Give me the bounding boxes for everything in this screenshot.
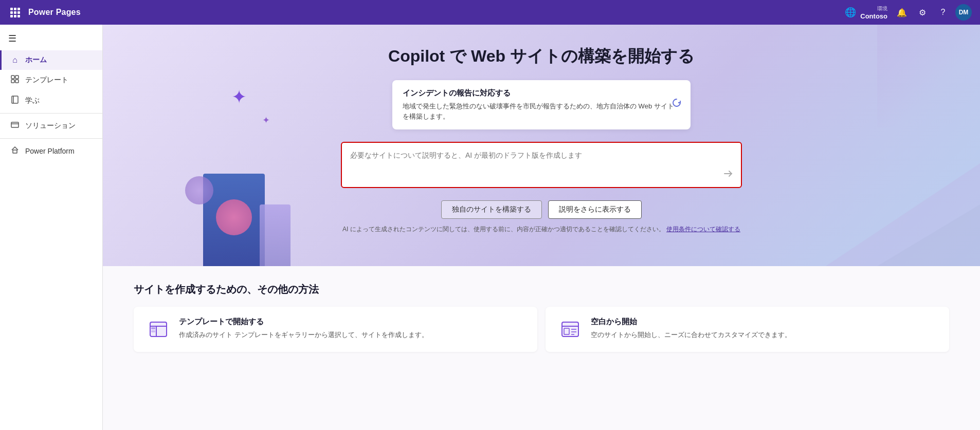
sidebar: ☰ ⌂ ホーム テンプレート 学ぶ	[0, 25, 103, 430]
powerplatform-icon	[10, 146, 20, 156]
avatar[interactable]: DM	[955, 4, 972, 21]
svg-rect-1	[15, 76, 19, 79]
book-icon	[10, 96, 20, 106]
sidebar-item-templates[interactable]: テンプレート	[0, 70, 102, 90]
disclaimer-text: AI によって生成されたコンテンツに関しては、使用する前に、内容が正確かつ適切で…	[342, 225, 740, 234]
section-title: サイトを作成するための、その他の方法	[134, 283, 949, 296]
sidebar-item-templates-label: テンプレート	[25, 76, 68, 85]
grid-icon	[10, 75, 20, 85]
sidebar-divider-1	[0, 113, 102, 114]
template-card-desc: 作成済みのサイト テンプレートをギャラリーから選択して、サイトを作成します。	[179, 330, 428, 340]
settings-button[interactable]: ⚙	[914, 4, 931, 21]
suggestion-card-title: インシデントの報告に対応する	[403, 88, 680, 98]
environment-name: Contoso	[860, 12, 887, 20]
copilot-input[interactable]	[341, 142, 742, 188]
sidebar-item-home-label: ホーム	[25, 55, 47, 65]
lower-section: サイトを作成するための、その他の方法 テンプレートで開	[103, 266, 980, 368]
apps-menu-icon[interactable]	[8, 6, 22, 20]
action-buttons: 独自のサイトを構築する 説明をさらに表示する	[441, 200, 642, 219]
send-button[interactable]	[722, 168, 734, 182]
svg-rect-8	[13, 150, 17, 153]
template-card-content: テンプレートで開始する 作成済みのサイト テンプレートをギャラリーから選択して、…	[179, 317, 428, 340]
template-card[interactable]: テンプレートで開始する 作成済みのサイト テンプレートをギャラリーから選択して、…	[134, 307, 537, 352]
notification-button[interactable]: 🔔	[894, 4, 910, 21]
sidebar-item-home[interactable]: ⌂ ホーム	[0, 50, 102, 70]
blank-card-icon	[558, 317, 583, 342]
copilot-input-wrapper	[341, 142, 742, 190]
cards-grid: テンプレートで開始する 作成済みのサイト テンプレートをギャラリーから選択して、…	[134, 307, 949, 352]
deco-star-small: ✦	[262, 115, 270, 126]
svg-rect-6	[11, 122, 19, 127]
sidebar-divider-2	[0, 138, 102, 139]
deco-circle-purple	[185, 176, 213, 204]
environment-block: 環境 Contoso	[860, 5, 887, 20]
build-site-button[interactable]: 独自のサイトを構築する	[441, 200, 542, 219]
deco-rect-lavender	[260, 204, 291, 266]
svg-rect-0	[11, 76, 14, 79]
hero-title: Copilot で Web サイトの構築を開始する	[388, 45, 695, 68]
deco-corner-svg	[826, 163, 980, 266]
home-icon: ⌂	[10, 55, 20, 65]
blank-card-title: 空白から開始	[591, 317, 791, 327]
svg-rect-4	[12, 96, 18, 103]
blank-card[interactable]: 空白から開始 空のサイトから開始し、ニーズに合わせてカスタマイズできます。	[546, 307, 949, 352]
svg-rect-3	[15, 80, 19, 83]
environment-icon: 🌐	[845, 7, 856, 18]
suggestion-card: インシデントの報告に対応する 地域で発生した緊急性のない破壊事件を市民が報告する…	[392, 80, 691, 129]
svg-rect-15	[151, 330, 155, 332]
template-card-icon	[146, 317, 171, 342]
deco-circle-pink	[216, 199, 252, 235]
topbar-right: 🌐 環境 Contoso 🔔 ⚙ ? DM	[845, 4, 972, 21]
svg-rect-2	[11, 80, 14, 83]
blank-card-desc: 空のサイトから開始し、ニーズに合わせてカスタマイズできます。	[591, 330, 791, 340]
disclaimer-content: AI によって生成されたコンテンツに関しては、使用する前に、内容が正確かつ適切で…	[342, 226, 665, 233]
sidebar-item-powerplatform[interactable]: Power Platform	[0, 141, 102, 161]
solution-icon	[10, 121, 20, 131]
sidebar-item-solutions-label: ソリューション	[25, 121, 76, 130]
deco-star-large: ✦	[231, 86, 247, 108]
svg-rect-14	[151, 327, 155, 329]
sidebar-item-solutions[interactable]: ソリューション	[0, 116, 102, 136]
hero-section: ✦ ✦ Copilot で Web サイトの構築を開始する インシデントの報告に…	[103, 25, 980, 266]
template-card-title: テンプレートで開始する	[179, 317, 428, 327]
topbar: Power Pages 🌐 環境 Contoso 🔔 ⚙ ? DM	[0, 0, 980, 25]
main-content: ✦ ✦ Copilot で Web サイトの構築を開始する インシデントの報告に…	[103, 25, 980, 430]
suggestion-card-description: 地域で発生した緊急性のない破壊事件を市民が報告するための、地方自治体の Web …	[403, 101, 680, 121]
sidebar-item-learn-label: 学ぶ	[25, 96, 40, 105]
terms-link[interactable]: 使用条件について確認する	[666, 226, 740, 233]
app-title: Power Pages	[28, 8, 81, 17]
main-layout: ☰ ⌂ ホーム テンプレート 学ぶ	[0, 25, 980, 430]
help-button[interactable]: ?	[935, 4, 951, 21]
environment-label: 環境	[877, 5, 887, 12]
deco-tri-right	[877, 25, 980, 127]
hamburger-button[interactable]: ☰	[0, 29, 102, 50]
blank-card-content: 空白から開始 空のサイトから開始し、ニーズに合わせてカスタマイズできます。	[591, 317, 791, 340]
sidebar-item-learn[interactable]: 学ぶ	[0, 90, 102, 111]
show-more-button[interactable]: 説明をさらに表示する	[548, 200, 642, 219]
refresh-suggestion-button[interactable]	[671, 98, 682, 112]
sidebar-item-powerplatform-label: Power Platform	[25, 147, 75, 155]
